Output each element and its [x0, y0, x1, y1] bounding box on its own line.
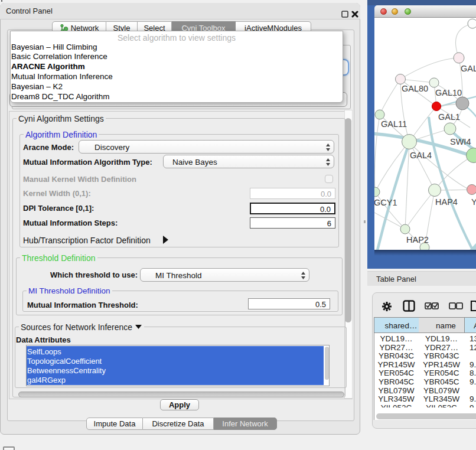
svg-text:HAP2: HAP2	[406, 235, 429, 244]
svg-text:Y: Y	[471, 197, 476, 207]
svg-text:GAL1: GAL1	[438, 112, 460, 122]
svg-text:GAL11: GAL11	[381, 119, 407, 129]
svg-text:GCY1: GCY1	[374, 198, 397, 207]
svg-text:SWI4: SWI4	[450, 137, 471, 146]
svg-text:HAP4: HAP4	[435, 197, 458, 207]
svg-text:GAL80: GAL80	[402, 84, 428, 93]
svg-text:GAL10: GAL10	[435, 88, 462, 97]
svg-text:GAL4: GAL4	[410, 151, 432, 160]
svg-text:GAL: GAL	[461, 64, 476, 73]
